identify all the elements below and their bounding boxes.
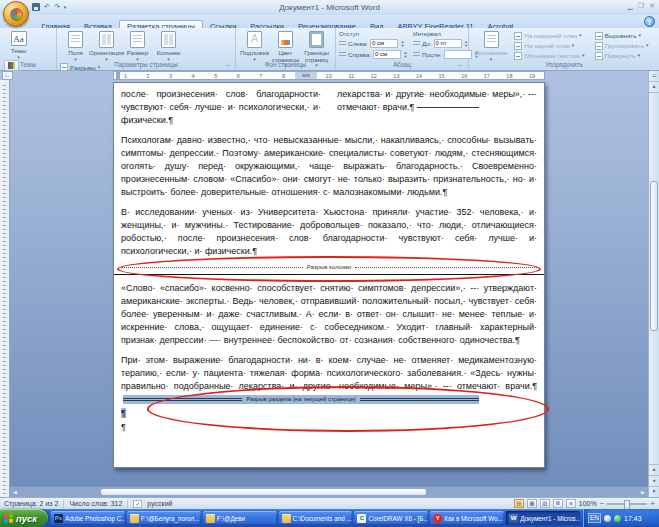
taskbar-item[interactable]: F:\@Белуга_погол... (127, 511, 201, 525)
chevron-down-icon: ▾ (646, 43, 649, 48)
taskbar-items: PsAdobe Photoshop C...F:\@Белуга_погол..… (48, 511, 583, 525)
column-break-wrap: Разрыв колонки (121, 263, 537, 272)
vertical-scroll-thumb[interactable] (650, 181, 658, 331)
zoom-slider-thumb[interactable] (624, 500, 630, 510)
ruler-tick-14: 14 (408, 72, 431, 79)
tray-icon[interactable] (614, 515, 621, 522)
section-break-label: Разрыв раздела (на текущей странице) (242, 393, 360, 406)
dialog-launcher-icon[interactable]: ⌐ (226, 62, 233, 69)
taskbar-item[interactable]: YКак в Microsoft Wo... (430, 511, 504, 525)
indent-marker-icon[interactable] (116, 72, 120, 79)
page-indicator[interactable]: Страница: 2 из 2 (4, 500, 58, 507)
indent-left-input[interactable]: 0 см (370, 39, 398, 48)
help-icon[interactable]: ? (644, 16, 655, 27)
horizontal-scrollbar[interactable]: ◀ ▶ (10, 486, 648, 497)
themes-button[interactable]: Темы ▾ (3, 30, 34, 60)
restore-icon[interactable]: ❐ (638, 2, 644, 10)
arrange-button-5[interactable]: Группировать▾ (595, 41, 649, 50)
customize-qat-icon[interactable]: ▾ (64, 4, 67, 10)
vertical-ruler[interactable] (0, 80, 10, 497)
language-indicator[interactable]: русский (147, 500, 172, 507)
ruler-toggle-icon[interactable]: ▭ (649, 71, 659, 82)
arrange-button-6[interactable]: Повернуть▾ (595, 51, 649, 60)
page-setup-button-1[interactable]: Поля▾ (60, 30, 91, 62)
page-setup-button-3[interactable]: Размер▾ (122, 30, 153, 62)
ruler-tick-15: 15 (430, 72, 453, 79)
select-browse-object-icon[interactable]: ● (649, 475, 659, 486)
undo-icon[interactable]: ↶ (44, 3, 50, 11)
spacing-after-input[interactable] (444, 50, 472, 59)
taskbar: пуск PsAdobe Photoshop C...F:\@Белуга_по… (0, 509, 659, 527)
scroll-right-icon[interactable]: ▶ (638, 487, 648, 497)
pilcrow-row: ¶ (121, 420, 537, 434)
taskbar-item[interactable]: PsAdobe Photoshop C... (51, 511, 125, 525)
spinner-icon[interactable]: ▲▼ (402, 51, 409, 59)
zoom-in-icon[interactable]: + (650, 499, 655, 508)
taskbar-item-label: Как в Microsoft Wo... (444, 515, 503, 522)
indent-right-icon (339, 52, 346, 58)
indent-right-input[interactable]: 0 см (373, 50, 401, 59)
minimize-icon[interactable]: ▁ (627, 2, 632, 10)
start-button[interactable]: пуск (0, 509, 48, 527)
last-paragraph: При· этом· выражение· благодарности· ни·… (121, 354, 537, 406)
section-break-marker: Разрыв раздела (на текущей странице) (123, 395, 479, 404)
next-page-icon[interactable]: ▼ (649, 486, 659, 497)
scroll-left-icon[interactable]: ◀ (10, 487, 20, 497)
word-count[interactable]: Число слов: 312 (69, 500, 122, 507)
arrange-button-2[interactable]: На задний план▾ (514, 41, 584, 50)
zoom-level[interactable]: 100% (579, 500, 597, 507)
arrange-button-1[interactable]: На передний план▾ (514, 31, 584, 40)
previous-page-icon[interactable]: ▲ (649, 464, 659, 475)
print-layout-view-icon[interactable]: ▤ (514, 499, 524, 508)
spellcheck-icon[interactable]: ✓ (133, 500, 142, 508)
page-setup-button-2[interactable]: Ориентация▾ (91, 30, 122, 62)
horizontal-scroll-thumb[interactable] (100, 488, 427, 496)
spacing-before-input[interactable]: 0 пт (434, 39, 462, 48)
language-badge[interactable]: EN (588, 513, 601, 523)
horizontal-ruler[interactable]: 1234567810111213141516171819 (113, 71, 545, 80)
page-background-button-1[interactable]: Подложка▾ (239, 30, 270, 62)
redo-icon[interactable]: ↷ (54, 3, 60, 11)
text-line (417, 107, 479, 108)
paragraph: В· исследовании· ученых· из· Университет… (121, 206, 537, 258)
indent-left-label: Слева: (348, 40, 368, 47)
web-layout-view-icon[interactable]: ▥ (540, 499, 550, 508)
office-button[interactable] (3, 1, 29, 27)
fullscreen-view-icon[interactable]: ▦ (527, 499, 537, 508)
indent-right-label: Справа: (348, 51, 371, 58)
tray-icon[interactable] (604, 515, 611, 522)
position-icon (484, 31, 499, 48)
close-icon[interactable]: ✕ (649, 2, 655, 10)
ruler-tick-8: 8 (272, 72, 295, 79)
outline-view-icon[interactable]: ≣ (553, 499, 563, 508)
group-label-arrange: Упорядочить (469, 61, 659, 69)
dialog-launcher-icon[interactable]: ⌐ (459, 62, 466, 69)
spinner-icon[interactable]: ▲▼ (399, 40, 406, 48)
zoom-out-icon[interactable]: − (600, 499, 605, 508)
ruler-tick-18: 18 (498, 72, 521, 79)
arrange-button-3[interactable]: Обтекание текстом▾ (514, 51, 584, 60)
taskbar-item[interactable]: F:\@Деви (203, 511, 277, 525)
ruler-tick-16: 16 (453, 72, 476, 79)
page-icon (247, 31, 262, 48)
page-icon (161, 31, 176, 48)
tab-stop-selector[interactable]: ∟ (2, 71, 13, 80)
ruler-tick-6: 6 (227, 72, 250, 79)
group-label-page-setup: Параметры страницы (57, 61, 235, 69)
clock[interactable]: 17:43 (624, 515, 642, 522)
chevron-down-icon: ▾ (579, 33, 582, 38)
taskbar-item[interactable]: C:\Documents and ... (279, 511, 353, 525)
save-icon[interactable] (32, 3, 40, 11)
zoom-slider[interactable] (607, 503, 647, 505)
taskbar-item-label: CorelDRAW X6 - [Б... (368, 515, 428, 522)
taskbar-item[interactable]: WДокумент1 - Micros... (506, 511, 580, 525)
column-break-marker: Разрыв колонки (121, 263, 537, 272)
document-page[interactable]: после· произнесения· слов· благодарности… (113, 82, 545, 468)
taskbar-item[interactable]: CCorelDRAW X6 - [Б... (354, 511, 428, 525)
page-setup-button-4[interactable]: Колонки▾ (153, 30, 184, 62)
scroll-up-icon[interactable]: ▲ (649, 82, 659, 93)
vertical-scrollbar[interactable]: ▭ ▲ ▲ ● ▼ (648, 71, 659, 497)
position-button[interactable]: Положение ▾ (472, 30, 510, 62)
arrange-button-4[interactable]: Выровнять▾ (595, 31, 649, 40)
draft-view-icon[interactable]: ≡ (566, 499, 576, 508)
